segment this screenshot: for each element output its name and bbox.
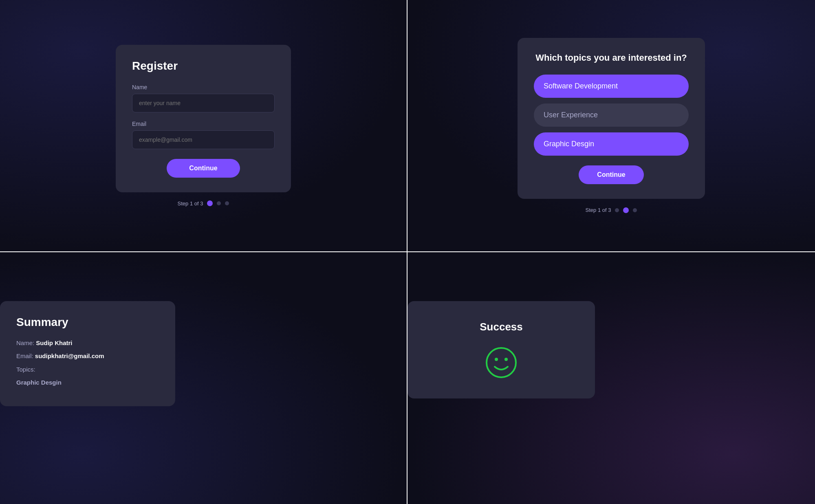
success-title: Success <box>424 321 579 333</box>
name-form-group: Name <box>132 84 275 112</box>
name-label: Name <box>132 84 275 90</box>
topics-continue-button[interactable]: Continue <box>579 165 644 184</box>
summary-name-line: Name: Sudip Khatri <box>16 339 159 348</box>
summary-topics-label: Topics: <box>16 366 35 373</box>
topics-card: Which topics you are interested in? Soft… <box>518 38 705 199</box>
summary-title: Summary <box>16 316 159 329</box>
summary-email-line: Email: sudipkhatri@gmail.com <box>16 352 159 361</box>
step-dot-3 <box>225 201 229 205</box>
step-dot-tr-1 <box>615 208 619 212</box>
svg-point-0 <box>487 348 516 377</box>
summary-name-value: Sudip Khatri <box>36 339 72 346</box>
summary-email-label: Email: <box>16 352 33 359</box>
register-card: Register Name Email Continue <box>116 45 291 192</box>
svg-point-1 <box>495 358 498 361</box>
register-quadrant: Register Name Email Continue Step 1 of 3 <box>0 0 408 252</box>
summary-topics-value-line: Graphic Desgin <box>16 378 159 387</box>
svg-point-2 <box>504 358 508 361</box>
summary-card: Summary Name: Sudip Khatri Email: sudipk… <box>0 301 175 406</box>
step-dot-2 <box>217 201 221 205</box>
summary-name-label: Name: <box>16 339 34 346</box>
success-card: Success <box>408 301 595 398</box>
topics-quadrant: Which topics you are interested in? Soft… <box>408 0 815 252</box>
smiley-icon <box>485 346 518 379</box>
email-label: Email <box>132 121 275 127</box>
topic-software-dev[interactable]: Software Development <box>534 75 689 98</box>
summary-topics-line: Topics: <box>16 365 159 374</box>
topic-user-experience[interactable]: User Experience <box>534 103 689 127</box>
step-indicator-tl: Step 1 of 3 <box>116 200 291 207</box>
topics-question: Which topics you are interested in? <box>534 53 689 63</box>
step-indicator-tr: Step 1 of 3 <box>518 207 705 213</box>
summary-quadrant: Summary Name: Sudip Khatri Email: sudipk… <box>0 252 408 504</box>
email-input[interactable] <box>132 130 275 149</box>
success-quadrant: Success <box>408 252 815 504</box>
step-dot-tr-3 <box>633 208 637 212</box>
register-title: Register <box>132 59 275 73</box>
name-input[interactable] <box>132 94 275 112</box>
step-text-tl: Step 1 of 3 <box>178 200 203 207</box>
summary-topics-value: Graphic Desgin <box>16 379 62 386</box>
step-dot-1 <box>207 200 213 206</box>
email-form-group: Email <box>132 121 275 149</box>
step-text-tr: Step 1 of 3 <box>586 207 611 213</box>
topic-graphic-design[interactable]: Graphic Desgin <box>534 132 689 156</box>
step-dot-tr-2 <box>623 207 629 213</box>
continue-button[interactable]: Continue <box>167 159 240 178</box>
summary-email-value: sudipkhatri@gmail.com <box>35 352 104 359</box>
